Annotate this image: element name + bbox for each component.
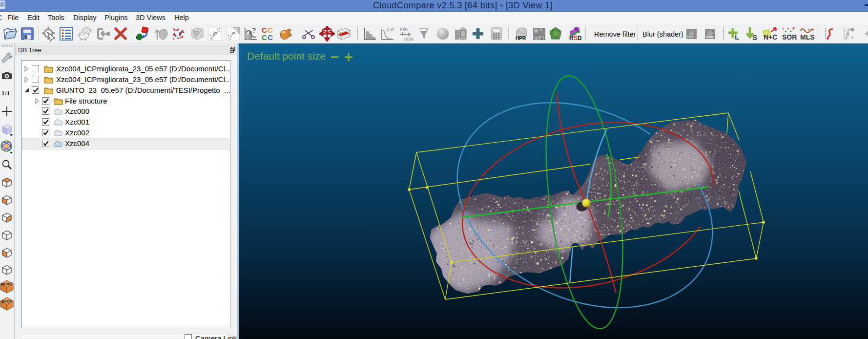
svg-text:N+C: N+C [764, 33, 777, 41]
svg-text:min: min [400, 26, 408, 32]
svg-text:SOR: SOR [782, 33, 797, 41]
svg-text:C: C [268, 33, 273, 42]
svg-text:MLS: MLS [800, 33, 815, 41]
svg-text:L: L [735, 33, 739, 41]
svg-text:Default point size: Default point size [247, 50, 326, 62]
svg-text:µ,σ: µ,σ [387, 27, 394, 32]
svg-text:PCV: PCV [534, 35, 545, 41]
svg-text:HPR: HPR [516, 36, 526, 41]
svg-text:C: C [262, 33, 267, 42]
svg-text:max: max [404, 36, 413, 42]
svg-text:BACK: BACK [2, 299, 12, 303]
svg-text:?: ? [252, 26, 256, 34]
svg-text:RSD: RSD [569, 35, 582, 42]
svg-text:S: S [752, 33, 757, 42]
svg-text:EDL: EDL [687, 35, 694, 39]
svg-text:SSAO: SSAO [705, 36, 713, 39]
